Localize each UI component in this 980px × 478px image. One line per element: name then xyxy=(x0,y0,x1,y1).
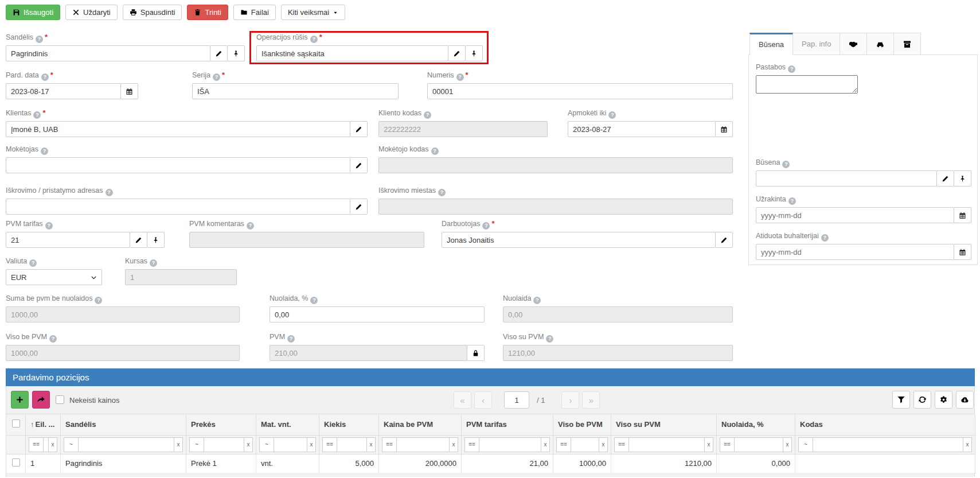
filter-input[interactable] xyxy=(734,437,783,452)
col-header-mat-vnt[interactable]: Mat. vnt. xyxy=(256,414,319,435)
moketojas-input[interactable] xyxy=(6,157,350,173)
filter-op[interactable]: == xyxy=(556,437,571,452)
col-header-pvm-tarifas[interactable]: PVM tarifas xyxy=(462,414,553,435)
pin-button[interactable] xyxy=(954,170,971,186)
calendar-button[interactable] xyxy=(954,207,971,223)
tab-archive[interactable] xyxy=(893,33,921,55)
prev-page-button[interactable]: ‹ xyxy=(474,391,492,409)
darbuotojas-input[interactable] xyxy=(442,232,716,248)
filter-clear-button[interactable]: x xyxy=(48,437,57,452)
pin-button[interactable] xyxy=(227,45,245,61)
col-header-kiekis[interactable]: Kiekis xyxy=(319,414,379,435)
tab-partner[interactable] xyxy=(840,33,867,55)
edit-button[interactable] xyxy=(715,232,733,248)
filter-button[interactable] xyxy=(892,391,910,409)
tab-pap-info[interactable]: Pap. info xyxy=(792,33,840,55)
pastabos-textarea[interactable] xyxy=(756,75,858,94)
print-button[interactable]: Spausdinti xyxy=(123,5,182,20)
dont-change-price-checkbox[interactable] xyxy=(56,395,64,404)
col-header-kaina-be-pvm[interactable]: Kaina be PVM xyxy=(379,414,462,435)
filter-clear-button[interactable]: x xyxy=(174,437,183,452)
row-checkbox[interactable] xyxy=(12,458,20,467)
refresh-button[interactable] xyxy=(913,391,931,409)
operacijos-rusis-input[interactable] xyxy=(256,45,448,61)
next-page-button[interactable]: › xyxy=(561,391,579,409)
apmoketi-iki-input[interactable] xyxy=(568,121,716,137)
transfer-button[interactable] xyxy=(32,391,50,409)
col-header-nuolaida-proc[interactable]: Nuolaida, % xyxy=(717,414,795,435)
horizontal-scrollbar[interactable] xyxy=(6,473,975,477)
klientas-input[interactable] xyxy=(6,121,350,137)
select-all-checkbox[interactable] xyxy=(12,419,20,428)
filter-op[interactable]: == xyxy=(322,437,337,452)
filter-op[interactable]: ~ xyxy=(259,437,274,452)
select-all-header[interactable] xyxy=(6,414,26,435)
filter-clear-button[interactable]: x xyxy=(366,437,376,452)
sandelis-input[interactable] xyxy=(6,45,210,61)
export-button[interactable] xyxy=(956,391,974,409)
edit-button[interactable] xyxy=(210,45,228,61)
delete-button[interactable]: Trinti xyxy=(187,5,228,20)
busena-input[interactable] xyxy=(756,170,937,186)
col-header-prekes[interactable]: Prekės xyxy=(186,414,256,435)
col-header-viso-su-pvm[interactable]: Viso su PVM xyxy=(611,414,717,435)
files-button[interactable]: Failai xyxy=(233,5,276,20)
calendar-button[interactable] xyxy=(120,83,138,99)
filter-op[interactable]: ~ xyxy=(64,437,79,452)
settings-button[interactable] xyxy=(935,391,952,409)
col-header-sandelis[interactable]: Sandėlis xyxy=(61,414,186,435)
tab-delivery[interactable] xyxy=(866,33,894,55)
filter-op[interactable]: == xyxy=(614,437,629,452)
calendar-button[interactable] xyxy=(715,121,733,137)
first-page-button[interactable]: « xyxy=(454,391,471,409)
filter-input[interactable] xyxy=(204,437,244,452)
iskrovimo-adresas-input[interactable] xyxy=(6,199,350,215)
col-header-eil[interactable]: ↑Eil. ... xyxy=(26,414,61,435)
nuolaida-proc-input[interactable] xyxy=(270,306,485,322)
current-page-input[interactable] xyxy=(504,391,529,409)
filter-clear-button[interactable]: x xyxy=(704,437,713,452)
filter-input[interactable] xyxy=(274,437,307,452)
tab-busena[interactable]: Būsena xyxy=(749,33,793,55)
filter-input[interactable] xyxy=(479,437,541,452)
filter-op[interactable]: == xyxy=(720,437,735,452)
filter-clear-button[interactable]: x xyxy=(963,437,972,452)
close-button[interactable]: Uždaryti xyxy=(65,5,118,20)
pin-button[interactable] xyxy=(465,45,483,61)
filter-input[interactable] xyxy=(813,437,963,452)
edit-button[interactable] xyxy=(130,232,147,248)
filter-input[interactable] xyxy=(396,437,450,452)
table-row[interactable]: 1 Pagrindinis Prekė 1 vnt. 5,000 200,000… xyxy=(6,454,975,473)
filter-clear-button[interactable]: x xyxy=(449,437,458,452)
filter-input[interactable] xyxy=(571,437,599,452)
filter-clear-button[interactable]: x xyxy=(783,437,792,452)
filter-op[interactable]: == xyxy=(382,437,397,452)
edit-button[interactable] xyxy=(448,45,466,61)
calendar-button[interactable] xyxy=(954,244,971,260)
numeris-input[interactable] xyxy=(427,83,733,99)
filter-op[interactable]: ~ xyxy=(798,437,813,452)
edit-button[interactable] xyxy=(350,157,368,173)
col-header-kodas[interactable]: Kodas xyxy=(795,414,975,435)
edit-button[interactable] xyxy=(350,199,368,215)
uzrakinta-input[interactable] xyxy=(756,207,954,223)
filter-op[interactable]: == xyxy=(464,437,479,452)
atiduota-input[interactable] xyxy=(756,244,954,260)
filter-clear-button[interactable]: x xyxy=(307,437,316,452)
serija-input[interactable] xyxy=(192,83,399,99)
last-page-button[interactable]: » xyxy=(582,391,600,409)
save-button[interactable]: Išsaugoti xyxy=(6,5,60,20)
valiuta-select[interactable]: EUR xyxy=(6,269,102,285)
pin-button[interactable] xyxy=(147,232,165,248)
filter-clear-button[interactable]: x xyxy=(244,437,253,452)
pvm-tarifas-input[interactable] xyxy=(6,232,130,248)
edit-button[interactable] xyxy=(350,121,368,137)
more-actions-button[interactable]: Kiti veiksmai xyxy=(281,5,345,20)
filter-input[interactable] xyxy=(628,437,705,452)
filter-clear-button[interactable]: x xyxy=(599,437,608,452)
filter-clear-button[interactable]: x xyxy=(541,437,550,452)
filter-op[interactable]: == xyxy=(29,437,44,452)
col-header-viso-be-pvm[interactable]: Viso be PVM xyxy=(553,414,611,435)
filter-input[interactable] xyxy=(337,437,367,452)
edit-button[interactable] xyxy=(936,170,954,186)
